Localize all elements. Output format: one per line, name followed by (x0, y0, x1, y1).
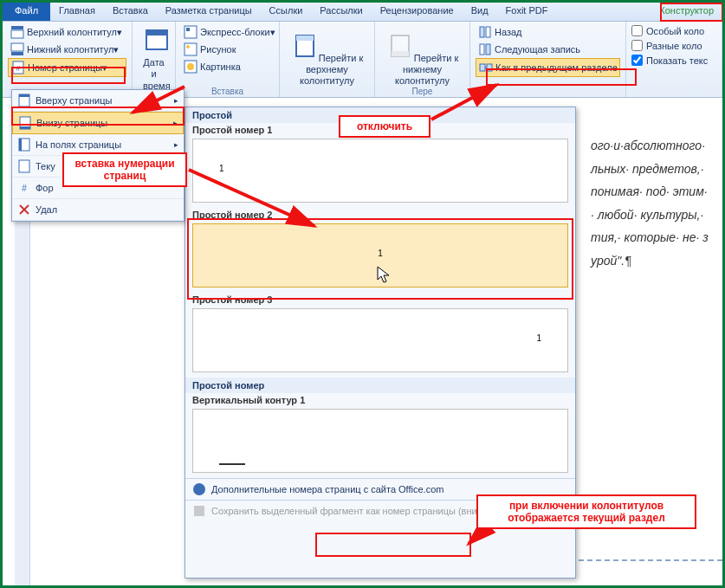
tab-mail[interactable]: Рассылки (311, 3, 371, 21)
gallery-item2[interactable]: 1 (192, 223, 568, 288)
svg-rect-31 (19, 160, 29, 172)
svg-rect-3 (11, 52, 23, 55)
svg-rect-21 (486, 44, 490, 55)
footer-button[interactable]: Нижний колонтитул ▾ (8, 41, 126, 58)
callout-insert: вставка нумерации страниц (62, 152, 187, 187)
next-button[interactable]: Следующая запись (476, 41, 620, 58)
gallery-item4-label: Вертикальный контур 1 (185, 393, 575, 407)
tab-refs[interactable]: Ссылки (261, 3, 312, 21)
tab-view[interactable]: Вид (463, 3, 497, 21)
pagenum-button[interactable]: #Номер страницы ▾ (8, 58, 126, 77)
header-button[interactable]: Верхний колонтитул ▾ (8, 23, 126, 41)
svg-rect-36 (194, 506, 204, 516)
svg-point-35 (193, 483, 205, 495)
svg-point-11 (186, 45, 190, 48)
svg-point-13 (187, 63, 194, 70)
ribbon: Верхний колонтитул ▾ Нижний колонтитул ▾… (3, 22, 722, 98)
callout-section: при включении колонтитулов отображается … (476, 494, 696, 529)
special-first-check[interactable]: Особый коло (631, 23, 716, 38)
link-prev-button[interactable]: Как в предыдущем разделе (476, 58, 620, 77)
svg-rect-28 (20, 126, 30, 129)
express-button[interactable]: Экспресс-блоки ▾ (181, 23, 274, 41)
picture-button[interactable]: Рисунок (181, 41, 274, 58)
svg-rect-17 (392, 51, 409, 56)
svg-rect-15 (296, 36, 314, 41)
show-text-check[interactable]: Показать текс (631, 53, 716, 68)
svg-rect-26 (19, 94, 29, 97)
document-text: ого·и·абсолютного· льных· предметов,· по… (591, 134, 709, 273)
tab-foxit[interactable]: Foxit PDF (497, 3, 557, 21)
tab-home[interactable]: Главная (50, 3, 104, 21)
svg-rect-0 (11, 26, 23, 29)
svg-rect-9 (186, 28, 190, 31)
tab-constructor[interactable]: Конструктор (651, 3, 722, 21)
svg-rect-10 (184, 43, 197, 55)
svg-rect-20 (480, 44, 484, 55)
tab-layout[interactable]: Разметка страницы (157, 3, 261, 21)
svg-text:#: # (16, 64, 20, 73)
tab-review[interactable]: Рецензирование (372, 3, 463, 21)
svg-rect-7 (146, 30, 167, 36)
svg-rect-18 (480, 27, 484, 37)
svg-rect-19 (486, 27, 490, 37)
chevron-right-icon: ▸ (174, 140, 178, 149)
gallery-item3-label: Простой номер 3 (185, 293, 575, 307)
tab-insert[interactable]: Вставка (104, 3, 157, 21)
goto-header-button[interactable]: Перейти к верхнему колонтитулу (285, 30, 369, 89)
dd-top[interactable]: Вверху страницы▸ (12, 90, 184, 112)
diff-pages-check[interactable]: Разные коло (631, 38, 716, 53)
svg-rect-2 (11, 43, 23, 51)
dd-remove[interactable]: Удал (12, 199, 184, 221)
gallery-item3[interactable]: 1 (192, 308, 568, 372)
datetime-button[interactable]: Дата и время (138, 23, 170, 94)
goto-footer-button: Перейти к нижнему колонтитулу (380, 30, 464, 89)
group-insert-label: Вставка (176, 87, 279, 96)
svg-text:#: # (22, 184, 27, 193)
svg-rect-30 (19, 139, 22, 151)
gallery-item1[interactable]: 1 (192, 139, 568, 203)
chevron-right-icon: ▸ (173, 119, 178, 127)
ribbon-tabs: Файл Главная Вставка Разметка страницы С… (3, 3, 722, 22)
back-button[interactable]: Назад (476, 23, 620, 41)
group-nav-label: Пере (375, 87, 469, 96)
gallery-item4[interactable] (192, 409, 568, 473)
svg-rect-22 (480, 64, 485, 71)
clipart-button[interactable]: Картинка (181, 58, 274, 75)
gallery-section-simple-num: Простой номер (185, 378, 575, 393)
gallery-item2-label: Простой номер 2 (185, 208, 575, 222)
svg-rect-1 (11, 30, 23, 38)
tab-file[interactable]: Файл (3, 3, 50, 21)
dd-bottom[interactable]: Внизу страницы▸ (12, 112, 184, 134)
chevron-right-icon: ▸ (174, 96, 178, 105)
svg-rect-23 (487, 64, 492, 71)
callout-disable: отключить (339, 115, 430, 138)
